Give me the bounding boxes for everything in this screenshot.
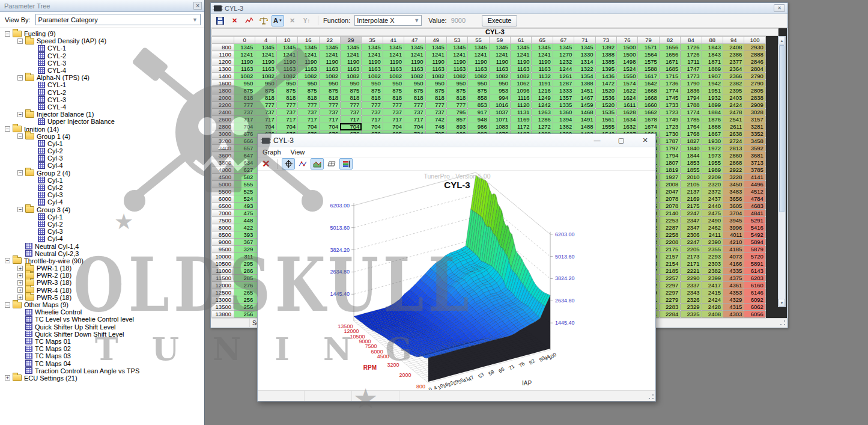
table-cell[interactable]: 1819 — [659, 167, 680, 174]
table-cell[interactable]: 1241 — [234, 51, 255, 58]
expand-icon[interactable]: + — [17, 295, 23, 300]
interpolate-y-button[interactable]: Y↑ — [300, 15, 313, 26]
tree-item[interactable]: Cyl-4 — [1, 198, 204, 206]
table-cell[interactable]: 986 — [468, 123, 489, 130]
table-cell[interactable]: 1671 — [659, 58, 680, 66]
table-cell[interactable]: 1388 — [574, 80, 595, 87]
table-cell[interactable]: 256 — [234, 304, 255, 311]
table-cell[interactable]: 2355 — [702, 246, 723, 253]
table-cell[interactable]: 777 — [404, 102, 425, 109]
table-cell[interactable]: 5492 — [744, 231, 765, 239]
table-cell[interactable]: 1730 — [659, 130, 680, 138]
table-cell[interactable]: 1498 — [617, 58, 638, 66]
expand-icon[interactable]: + — [17, 287, 23, 293]
collapse-icon[interactable]: − — [5, 31, 10, 37]
table-window-titlebar[interactable]: CYL-3 ✕ — [211, 3, 788, 14]
row-header[interactable]: 7500 — [212, 217, 234, 224]
table-cell[interactable]: 875 — [255, 87, 276, 94]
table-cell[interactable]: 717 — [255, 116, 276, 123]
table-cell[interactable]: 1588 — [638, 66, 659, 73]
collapse-icon[interactable]: − — [5, 302, 10, 308]
table-cell[interactable]: 1120 — [511, 102, 532, 109]
table-cell[interactable]: 3681 — [744, 152, 765, 159]
table-cell[interactable]: 950 — [425, 80, 446, 87]
table-cell[interactable]: 1674 — [638, 123, 659, 130]
table-cell[interactable]: 950 — [446, 80, 467, 87]
table-cell[interactable]: 917 — [468, 109, 489, 116]
table-cell[interactable]: 2846 — [744, 58, 765, 66]
table-cell[interactable]: 1232 — [553, 58, 574, 66]
table-cell[interactable]: 1241 — [298, 51, 319, 58]
table-cell[interactable]: 1314 — [574, 58, 595, 66]
scroll-up-icon[interactable]: ▲ — [778, 37, 785, 44]
table-cell[interactable]: 1082 — [340, 73, 361, 80]
table-cell[interactable]: 948 — [468, 116, 489, 123]
table-cell[interactable]: 1287 — [553, 80, 574, 87]
collapse-icon[interactable]: − — [17, 38, 23, 44]
table-cell[interactable]: 2047 — [659, 188, 680, 195]
row-header[interactable]: 3600 — [212, 152, 234, 159]
table-cell[interactable]: 1241 — [340, 51, 361, 58]
table-cell[interactable]: 4210 — [723, 239, 744, 246]
table-cell[interactable]: 1855 — [681, 167, 702, 174]
table-cell[interactable]: 818 — [425, 94, 446, 102]
table-cell[interactable]: 1062 — [511, 80, 532, 87]
table-cell[interactable]: 1889 — [702, 66, 723, 73]
tree-item[interactable]: Cyl-2 — [1, 184, 204, 191]
table-cell[interactable]: 1345 — [425, 44, 446, 51]
tree-item[interactable]: TC Level vs Wheelie Control level — [1, 316, 204, 323]
table-cell[interactable]: 704 — [319, 123, 340, 130]
table-cell[interactable]: 717 — [234, 116, 255, 123]
table-cell[interactable]: 634 — [234, 159, 255, 167]
table-cell[interactable]: 1668 — [638, 94, 659, 102]
table-cell[interactable]: 4185 — [723, 246, 744, 253]
table-cell[interactable]: 717 — [276, 116, 297, 123]
table-cell[interactable]: 1190 — [255, 58, 276, 66]
table-cell[interactable]: 777 — [383, 102, 404, 109]
table-cell[interactable]: 1163 — [489, 66, 510, 73]
table-cell[interactable]: 2347 — [681, 224, 702, 231]
table-cell[interactable]: 818 — [298, 94, 319, 102]
table-cell[interactable]: 1286 — [532, 116, 553, 123]
table-cell[interactable]: 1082 — [468, 73, 489, 80]
table-cell[interactable]: 1843 — [702, 51, 723, 58]
table-cell[interactable]: 818 — [362, 94, 383, 102]
table-cell[interactable]: 717 — [383, 116, 404, 123]
table-cell[interactable]: 1622 — [617, 87, 638, 94]
table-cell[interactable]: 2424 — [702, 296, 723, 304]
table-cell[interactable]: 1500 — [617, 44, 638, 51]
table-cell[interactable]: 1624 — [617, 94, 638, 102]
row-header[interactable]: 9500 — [212, 246, 234, 253]
table-cell[interactable]: 1190 — [404, 58, 425, 66]
table-cell[interactable]: 1794 — [681, 94, 702, 102]
table-cell[interactable]: 1927 — [659, 174, 680, 181]
table-cell[interactable]: 5894 — [744, 239, 765, 246]
table-cell[interactable]: 4512 — [744, 188, 765, 195]
table-cell[interactable]: 1723 — [659, 123, 680, 130]
table-cell[interactable]: 2283 — [659, 304, 680, 311]
table-cell[interactable]: 875 — [319, 87, 340, 94]
table-cell[interactable]: 2258 — [659, 231, 680, 239]
table-cell[interactable]: 737 — [362, 109, 383, 116]
column-header[interactable]: 29 — [340, 37, 361, 44]
collapse-icon[interactable]: − — [5, 258, 10, 263]
table-cell[interactable]: 2140 — [659, 210, 680, 217]
table-cell[interactable]: 5416 — [744, 224, 765, 231]
table-cell[interactable]: 1249 — [532, 94, 553, 102]
table-cell[interactable]: 737 — [383, 109, 404, 116]
table-cell[interactable]: 1392 — [595, 44, 616, 51]
column-header[interactable]: 84 — [681, 37, 702, 44]
table-cell[interactable]: 1711 — [681, 58, 702, 66]
table-cell[interactable]: 777 — [255, 102, 276, 109]
table-cell[interactable]: 1163 — [234, 66, 255, 73]
table-cell[interactable]: 717 — [319, 116, 340, 123]
tree-item[interactable]: +PWR-1 (18) — [1, 264, 204, 272]
table-cell[interactable]: 2462 — [702, 224, 723, 231]
tree-item[interactable]: Neutral Cyl-2,3 — [1, 250, 204, 257]
table-cell[interactable]: 953 — [489, 87, 510, 94]
table-cell[interactable]: 4375 — [723, 275, 744, 282]
table-cell[interactable]: 1345 — [404, 44, 425, 51]
table-cell[interactable]: 2010 — [681, 174, 702, 181]
table-cell[interactable]: 1190 — [340, 58, 361, 66]
table-cell[interactable]: 748 — [425, 123, 446, 130]
